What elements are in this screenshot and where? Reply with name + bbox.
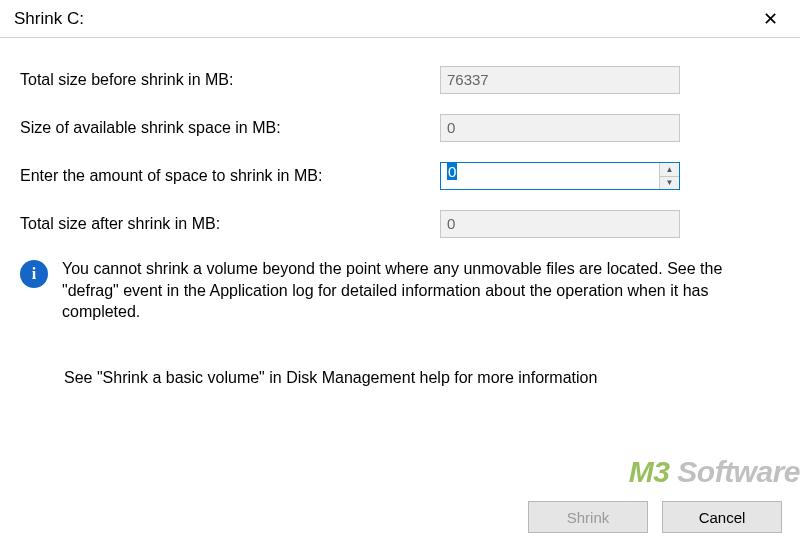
info-text: You cannot shrink a volume beyond the po… — [62, 258, 780, 323]
label-total-before: Total size before shrink in MB: — [20, 71, 440, 89]
info-row: i You cannot shrink a volume beyond the … — [20, 258, 780, 323]
row-enter-amount: Enter the amount of space to shrink in M… — [20, 162, 780, 190]
label-total-after: Total size after shrink in MB: — [20, 215, 440, 233]
button-row: Shrink Cancel — [528, 501, 782, 533]
label-available: Size of available shrink space in MB: — [20, 119, 440, 137]
close-icon[interactable]: ✕ — [753, 6, 788, 32]
spinner-up-icon[interactable]: ▲ — [660, 163, 679, 177]
info-icon: i — [20, 260, 48, 288]
field-total-before: 76337 — [440, 66, 680, 94]
help-text: See "Shrink a basic volume" in Disk Mana… — [64, 369, 780, 387]
shrink-amount-spinner[interactable]: 0 ▲ ▼ — [440, 162, 680, 190]
titlebar: Shrink C: ✕ — [0, 0, 800, 38]
spinner-down-icon[interactable]: ▼ — [660, 177, 679, 190]
shrink-button[interactable]: Shrink — [528, 501, 648, 533]
watermark-brand: M3 — [629, 455, 670, 488]
field-total-after: 0 — [440, 210, 680, 238]
spinner-buttons: ▲ ▼ — [659, 163, 679, 189]
watermark-suffix: Software — [669, 455, 800, 488]
shrink-amount-input[interactable]: 0 — [441, 163, 659, 189]
field-available: 0 — [440, 114, 680, 142]
dialog-content: Total size before shrink in MB: 76337 Si… — [0, 38, 800, 397]
row-available: Size of available shrink space in MB: 0 — [20, 114, 780, 142]
cancel-button[interactable]: Cancel — [662, 501, 782, 533]
window-title: Shrink C: — [14, 9, 84, 29]
label-enter-amount: Enter the amount of space to shrink in M… — [20, 167, 440, 185]
watermark: M3 Software — [629, 455, 800, 489]
row-total-after: Total size after shrink in MB: 0 — [20, 210, 780, 238]
row-total-before: Total size before shrink in MB: 76337 — [20, 66, 780, 94]
